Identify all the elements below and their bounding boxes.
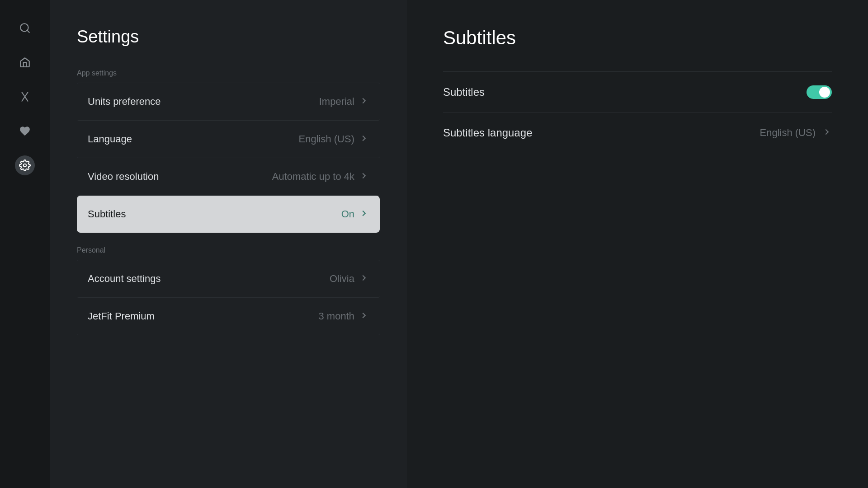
video-resolution-item[interactable]: Video resolution Automatic up to 4k	[77, 158, 380, 196]
right-subtitles-language-right: English (US)	[760, 127, 832, 139]
language-label: Language	[88, 133, 132, 145]
video-resolution-value: Automatic up to 4k	[272, 171, 354, 183]
units-preference-chevron	[359, 96, 369, 108]
app-settings-list: Units preference Imperial Language Engli…	[77, 83, 380, 233]
right-panel-title: Subtitles	[443, 27, 832, 49]
sidebar-item-favorites[interactable]	[15, 121, 35, 141]
account-settings-right: Olivia	[330, 273, 369, 285]
sidebar	[0, 0, 50, 488]
right-subtitles-label: Subtitles	[443, 86, 485, 99]
units-preference-value: Imperial	[319, 96, 354, 108]
subtitles-value: On	[341, 208, 354, 220]
language-value: English (US)	[299, 133, 354, 145]
right-subtitles-language-label: Subtitles language	[443, 127, 532, 139]
jetfit-premium-label: JetFit Premium	[88, 310, 155, 322]
svg-line-1	[27, 30, 29, 33]
personal-settings-list: Account settings Olivia JetFit Premium 3…	[77, 260, 380, 335]
sidebar-item-tools[interactable]	[15, 87, 35, 107]
page-title: Settings	[77, 27, 407, 47]
sidebar-item-settings[interactable]	[15, 155, 35, 175]
subtitles-right: On	[341, 208, 369, 220]
personal-label: Personal	[77, 246, 407, 254]
app-settings-label: App settings	[77, 69, 407, 77]
subtitles-language-chevron	[822, 127, 832, 139]
account-settings-label: Account settings	[88, 273, 160, 285]
video-resolution-label: Video resolution	[88, 171, 159, 183]
jetfit-premium-item[interactable]: JetFit Premium 3 month	[77, 298, 380, 335]
subtitles-toggle[interactable]	[807, 85, 832, 99]
jetfit-premium-chevron	[359, 310, 369, 322]
units-preference-item[interactable]: Units preference Imperial	[77, 83, 380, 121]
subtitles-label: Subtitles	[88, 208, 126, 220]
video-resolution-chevron	[359, 171, 369, 183]
toggle-knob	[819, 87, 830, 98]
right-subtitles-language-value: English (US)	[760, 127, 816, 139]
left-panel: Settings App settings Units preference I…	[50, 0, 407, 488]
video-resolution-right: Automatic up to 4k	[272, 171, 369, 183]
language-chevron	[359, 133, 369, 145]
sidebar-item-search[interactable]	[15, 18, 35, 38]
account-settings-value: Olivia	[330, 273, 354, 285]
units-preference-right: Imperial	[319, 96, 369, 108]
sidebar-item-home[interactable]	[15, 52, 35, 72]
right-subtitles-language-item[interactable]: Subtitles language English (US)	[443, 113, 832, 153]
account-settings-chevron	[359, 273, 369, 285]
units-preference-label: Units preference	[88, 96, 160, 108]
right-subtitles-item[interactable]: Subtitles	[443, 72, 832, 113]
right-panel: Subtitles Subtitles Subtitles language E…	[407, 0, 868, 488]
language-item[interactable]: Language English (US)	[77, 121, 380, 158]
subtitles-chevron	[359, 208, 369, 220]
account-settings-item[interactable]: Account settings Olivia	[77, 260, 380, 298]
jetfit-premium-right: 3 month	[319, 310, 369, 322]
right-settings-list: Subtitles Subtitles language English (US…	[443, 71, 832, 153]
language-right: English (US)	[299, 133, 369, 145]
svg-point-4	[24, 164, 27, 167]
right-subtitles-right	[807, 85, 832, 99]
subtitles-item[interactable]: Subtitles On	[77, 196, 380, 233]
jetfit-premium-value: 3 month	[319, 310, 355, 322]
